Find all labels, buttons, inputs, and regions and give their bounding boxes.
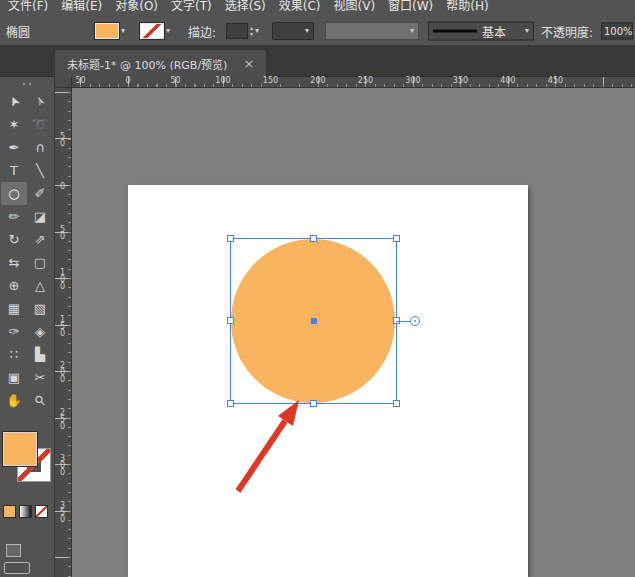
chevron-down-icon[interactable]: ▾	[166, 27, 170, 35]
stroke-weight-input[interactable]	[226, 23, 248, 39]
shape-center-point[interactable]	[311, 318, 317, 324]
width-tool[interactable]: ⇆	[1, 251, 27, 274]
type-tool[interactable]: T	[1, 159, 27, 182]
ruler-number: 50	[75, 77, 85, 85]
stroke-profile-dropdown[interactable]: 基本 ▾	[428, 21, 534, 40]
eyedropper-tool[interactable]: ✑	[1, 320, 27, 343]
lasso-tool[interactable]: ➰	[27, 113, 53, 136]
fill-color-control[interactable]: ▾	[95, 23, 125, 39]
stroke-color-control[interactable]: ▾	[140, 23, 170, 39]
paintbrush-tool[interactable]: ✐	[27, 182, 53, 205]
free-transform-tool[interactable]: ▢	[27, 251, 53, 274]
draw-normal-mode-icon[interactable]	[6, 544, 21, 557]
menu-item[interactable]: 窗口(W)	[388, 0, 433, 16]
ruler-number: 50	[58, 132, 67, 146]
graphic-style-dropdown[interactable]: ▾	[325, 22, 419, 40]
tools-panel: ➤➢✶➰✒∩T╲○✐✏◪↻⇗⇆▢⊕△▦▧✑◈∷▙▣✂✋⚲	[0, 77, 55, 577]
menu-item[interactable]: 效果(C)	[279, 0, 321, 16]
ruler-vertical[interactable]: 50050100150200250300350	[55, 88, 72, 577]
pencil-tool[interactable]: ✏	[1, 205, 27, 228]
chevron-down-icon: ▾	[525, 27, 529, 35]
stepper-icon[interactable]: ▴▾	[250, 25, 253, 37]
opacity-field[interactable]: 100% ▴▾	[601, 22, 633, 39]
pen-tool[interactable]: ✒	[1, 136, 27, 159]
selection-handle-s[interactable]	[310, 400, 317, 407]
gradient-button[interactable]	[19, 505, 32, 518]
scale-tool[interactable]: ⇗	[27, 228, 53, 251]
ruler-number: 50	[170, 77, 180, 85]
active-tool-label: 椭圆	[6, 22, 30, 39]
ruler-corner[interactable]	[55, 77, 72, 88]
menu-item[interactable]: 视图(V)	[333, 0, 375, 16]
selection-bounding-box	[230, 238, 397, 404]
selection-handle-w[interactable]	[227, 317, 234, 324]
perspective-grid-tool[interactable]: △	[27, 274, 53, 297]
selection-handle-se[interactable]	[393, 400, 400, 407]
stroke-style-label: 基本	[482, 22, 506, 39]
ellipse-tool[interactable]: ○	[1, 182, 27, 205]
stroke-weight-label: 描边:	[188, 22, 216, 39]
chevron-down-icon[interactable]: ▾	[255, 27, 259, 35]
menu-item[interactable]: 编辑(E)	[61, 0, 102, 16]
brush-definition-dropdown[interactable]: ▾	[272, 22, 314, 40]
ruler-number: 450	[548, 77, 563, 85]
chevron-down-icon: ▾	[410, 27, 414, 35]
selection-handle-sw[interactable]	[227, 400, 234, 407]
fill-color-indicator[interactable]	[3, 432, 37, 466]
curvature-tool[interactable]: ∩	[27, 136, 53, 159]
ruler-number: 150	[263, 77, 278, 85]
selection-handle-nw[interactable]	[227, 235, 234, 242]
ruler-number: 200	[310, 77, 325, 85]
opacity-value: 100%	[604, 25, 633, 36]
ruler-number: 300	[405, 77, 420, 85]
ruler-horizontal[interactable]: 50050100150200250300350400450	[55, 77, 635, 88]
color-mode-buttons	[3, 505, 48, 518]
selection-handle-n[interactable]	[310, 235, 317, 242]
document-tab-title: 未标题-1* @ 100% (RGB/预览)	[67, 56, 227, 72]
mesh-tool[interactable]: ▦	[1, 297, 27, 320]
canvas-area[interactable]	[72, 88, 635, 577]
none-button[interactable]	[35, 505, 48, 518]
live-shape-widget-handle[interactable]	[410, 316, 420, 326]
symbol-sprayer-tool[interactable]: ∷	[1, 343, 27, 366]
artboard-tool[interactable]: ▣	[1, 366, 27, 389]
tool-grid: ➤➢✶➰✒∩T╲○✐✏◪↻⇗⇆▢⊕△▦▧✑◈∷▙▣✂✋⚲	[0, 90, 54, 412]
line-segment-tool[interactable]: ╲	[27, 159, 53, 182]
live-shape-widget-line	[396, 321, 410, 322]
ruler-number: 0	[125, 77, 130, 85]
chevron-down-icon[interactable]: ▾	[121, 27, 125, 35]
ruler-number: 250	[358, 77, 373, 85]
ruler-number: 300	[58, 454, 67, 475]
menu-item[interactable]: 帮助(H)	[446, 0, 488, 16]
eraser-tool[interactable]: ◪	[27, 205, 53, 228]
shape-builder-tool[interactable]: ⊕	[1, 274, 27, 297]
control-bar: 椭圆 ▾ ▾ 描边: ▴▾ ▾ ▾ ▾ 基本 ▾ 不透明度: 100%	[0, 16, 635, 46]
ruler-number: 100	[215, 77, 230, 85]
ruler-number: 200	[58, 361, 67, 382]
document-tab-bar: 未标题-1* @ 100% (RGB/预览) ×	[0, 46, 635, 77]
ruler-number: 0	[58, 182, 67, 189]
menu-item[interactable]: 文件(F)	[8, 0, 48, 16]
gradient-tool[interactable]: ▧	[27, 297, 53, 320]
screen-mode-icon[interactable]	[4, 562, 30, 574]
fill-color-swatch[interactable]	[95, 23, 119, 39]
ruler-number: 50	[58, 225, 67, 239]
color-button[interactable]	[3, 505, 16, 518]
rotate-tool[interactable]: ↻	[1, 228, 27, 251]
selection-handle-ne[interactable]	[393, 235, 400, 242]
tab-close-button[interactable]: ×	[243, 57, 254, 70]
column-graph-tool[interactable]: ▙	[27, 343, 53, 366]
document-tab[interactable]: 未标题-1* @ 100% (RGB/预览) ×	[55, 50, 266, 77]
menu-item[interactable]: 文字(T)	[171, 0, 212, 16]
menu-item[interactable]: 选择(S)	[225, 0, 266, 16]
stroke-weight-field[interactable]: ▴▾ ▾	[226, 23, 259, 39]
magic-wand-tool[interactable]: ✶	[1, 113, 27, 136]
menu-item[interactable]: 对象(O)	[115, 0, 158, 16]
blend-tool[interactable]: ◈	[27, 320, 53, 343]
illustrator-window: 文件(F)编辑(E)对象(O)文字(T)选择(S)效果(C)视图(V)窗口(W)…	[0, 0, 635, 577]
stroke-preview-line	[433, 29, 477, 32]
ruler-number: 250	[58, 407, 67, 428]
chevron-down-icon: ▾	[305, 27, 309, 35]
stroke-color-swatch[interactable]	[140, 23, 164, 39]
ruler-number: 100	[58, 268, 67, 289]
